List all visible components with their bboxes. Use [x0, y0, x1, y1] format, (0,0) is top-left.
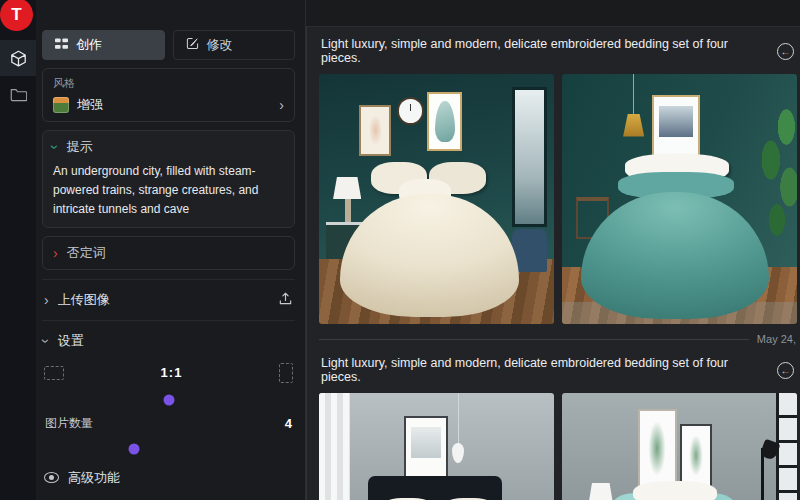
scene-wall-art	[361, 107, 389, 155]
upload-label: 上传图像	[58, 291, 110, 309]
style-selector[interactable]: 增强 ›	[53, 96, 284, 114]
settings-header[interactable]: › 设置	[42, 320, 295, 361]
user-avatar[interactable]: T	[0, 0, 33, 31]
negative-label: 否定词	[67, 244, 106, 262]
scene-lamp	[333, 177, 361, 200]
scene-pendant-cord	[633, 74, 634, 114]
eye-icon	[44, 472, 59, 483]
scene-window	[512, 87, 547, 227]
tab-create-label: 创作	[76, 36, 102, 54]
date-divider: May 24,	[319, 332, 796, 346]
edit-icon	[186, 37, 199, 53]
rail-item-assets[interactable]	[0, 76, 36, 112]
advanced-features-row[interactable]: 高级功能	[44, 469, 293, 500]
scene-clock	[399, 99, 423, 123]
tab-create[interactable]: 创作	[42, 30, 165, 60]
generated-image-white-bedding[interactable]	[319, 393, 554, 500]
date-label: May 24,	[757, 333, 796, 345]
style-value: 增强	[77, 96, 103, 114]
generated-image-cream-bedding[interactable]	[319, 74, 554, 324]
image-count-value: 4	[285, 416, 292, 431]
reuse-prompt-icon[interactable]: ←	[777, 43, 794, 60]
results-feed: Light luxury, simple and modern, delicat…	[306, 27, 800, 500]
result-group-header: Light luxury, simple and modern, delicat…	[319, 346, 796, 393]
settings-label: 设置	[58, 332, 84, 350]
scene-lamp	[588, 483, 614, 500]
scene-wall-art	[406, 418, 446, 476]
style-thumbnail	[53, 97, 69, 113]
scene-wall-art	[654, 97, 699, 162]
chevron-down-icon: ›	[48, 145, 62, 150]
mode-tabs: 创作 修改	[42, 30, 295, 60]
result-prompt-text: Light luxury, simple and modern, delicat…	[321, 37, 763, 65]
scene-headboard	[368, 476, 502, 500]
result-image-row	[319, 74, 796, 324]
image-count-label: 图片数量	[45, 415, 93, 432]
chevron-right-icon: ›	[279, 98, 284, 112]
prompt-section[interactable]: › 提示 An underground city, filled with st…	[42, 130, 295, 228]
reuse-prompt-icon[interactable]: ←	[777, 362, 794, 379]
negative-header[interactable]: › 否定词	[53, 244, 284, 262]
prompt-input[interactable]: An underground city, filled with steam-p…	[53, 162, 284, 220]
scene-curtain	[319, 393, 350, 500]
divider-line	[319, 339, 749, 340]
aspect-ratio-value: 1:1	[64, 365, 279, 380]
chevron-right-icon: ›	[44, 293, 49, 307]
chevron-right-icon: ›	[53, 246, 58, 260]
generated-image-teal-bedding[interactable]	[562, 74, 797, 324]
count-slider-thumb[interactable]	[128, 443, 139, 454]
upload-icon[interactable]	[278, 291, 293, 309]
result-prompt-text: Light luxury, simple and modern, delicat…	[321, 356, 763, 384]
generated-image-aqua-bedding[interactable]	[562, 393, 797, 500]
aspect-slider-thumb[interactable]	[163, 394, 174, 405]
scene-lamp	[345, 199, 351, 222]
scene-pendant-cord	[458, 393, 459, 446]
image-count-row: 图片数量 4	[45, 415, 292, 432]
scene-wall-art	[682, 426, 710, 486]
results-top-bar	[306, 0, 800, 27]
result-group-header: Light luxury, simple and modern, delicat…	[319, 27, 796, 74]
aspect-ratio-row: 1:1	[44, 363, 293, 383]
folder-icon	[10, 87, 27, 102]
prompt-header[interactable]: › 提示	[53, 138, 284, 156]
rail-item-generate[interactable]	[0, 40, 36, 76]
app-rail: T	[0, 0, 36, 500]
upload-image-row[interactable]: › 上传图像	[42, 279, 295, 320]
tab-modify[interactable]: 修改	[173, 30, 296, 60]
chevron-down-icon: ›	[39, 338, 53, 343]
tab-modify-label: 修改	[207, 36, 233, 54]
result-image-row	[319, 393, 796, 500]
style-label: 风格	[53, 76, 284, 91]
grid-icon	[55, 38, 68, 53]
landscape-icon[interactable]	[44, 366, 64, 380]
cube-icon	[10, 50, 27, 67]
style-section: 风格 增强 ›	[42, 68, 295, 122]
scene-wall-art	[640, 411, 675, 486]
advanced-label: 高级功能	[68, 469, 120, 487]
portrait-icon[interactable]	[279, 363, 293, 383]
control-panel: 创作 修改 风格 增强 › › 提示 An underground city, …	[36, 0, 306, 500]
scene-pillow	[633, 481, 718, 500]
negative-section[interactable]: › 否定词	[42, 236, 295, 270]
prompt-label: 提示	[67, 138, 93, 156]
scene-wall-art	[429, 94, 460, 149]
results-area: Light luxury, simple and modern, delicat…	[306, 0, 800, 500]
